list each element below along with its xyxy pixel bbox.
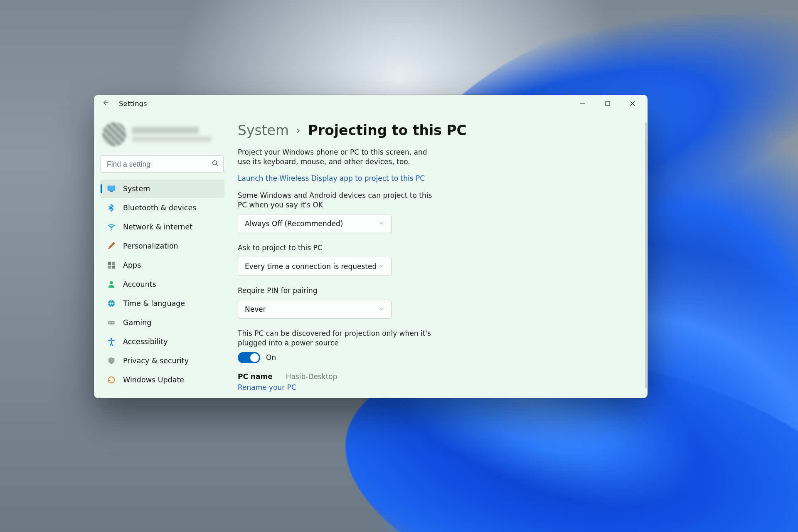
search-icon (212, 160, 219, 169)
back-button[interactable] (100, 99, 111, 109)
sidebar-item-privacy[interactable]: Privacy & security (100, 352, 224, 370)
svg-rect-9 (112, 266, 115, 268)
svg-point-14 (112, 322, 113, 323)
sidebar: System Bluetooth & devices Network & int… (94, 112, 229, 398)
accessibility-icon (106, 337, 116, 347)
chevron-down-icon (379, 219, 384, 228)
update-icon (106, 375, 116, 385)
person-icon (106, 279, 116, 289)
svg-rect-6 (108, 262, 111, 265)
setting-discover-on-power-label: This PC can be discovered for projection… (238, 329, 433, 348)
dropdown-value: Always Off (Recommended) (245, 219, 343, 228)
wifi-icon (106, 222, 116, 232)
sidebar-item-label: Apps (123, 261, 141, 269)
minimize-button[interactable] (570, 95, 595, 112)
svg-rect-0 (606, 101, 610, 106)
display-icon (106, 184, 116, 194)
sidebar-item-windows-update[interactable]: Windows Update (100, 371, 224, 389)
svg-point-1 (213, 161, 217, 165)
sidebar-item-system[interactable]: System (100, 180, 224, 198)
svg-rect-7 (112, 262, 115, 265)
sidebar-item-label: Windows Update (123, 376, 184, 384)
pc-name-label: PC name (238, 372, 273, 381)
breadcrumb: System › Projecting to this PC (238, 122, 638, 138)
close-button[interactable] (620, 95, 645, 112)
sidebar-item-accessibility[interactable]: Accessibility (100, 332, 224, 351)
profile-block[interactable] (100, 116, 224, 155)
svg-rect-12 (108, 321, 115, 324)
toggle-state-label: On (266, 353, 276, 362)
dropdown-value: Never (245, 305, 266, 313)
sidebar-item-time-language[interactable]: Time & language (100, 294, 224, 313)
window-title: Settings (119, 100, 147, 108)
svg-point-5 (111, 229, 112, 230)
dropdown-require-pin[interactable]: Never (238, 300, 392, 319)
sidebar-item-label: Gaming (123, 318, 151, 327)
gamepad-icon (106, 318, 116, 328)
svg-point-10 (110, 281, 113, 284)
sidebar-item-label: Time & language (123, 299, 185, 308)
svg-rect-4 (110, 191, 113, 192)
sidebar-item-label: Accounts (123, 280, 156, 288)
sidebar-item-label: Accessibility (123, 337, 168, 346)
close-icon (630, 101, 635, 106)
profile-text-redacted (132, 127, 211, 142)
content-pane: System › Projecting to this PC Project y… (229, 112, 648, 398)
svg-rect-3 (108, 186, 115, 190)
minimize-icon (580, 101, 586, 106)
dropdown-value: Every time a connection is requested (245, 262, 377, 271)
breadcrumb-parent[interactable]: System (238, 122, 289, 138)
sidebar-item-accounts[interactable]: Accounts (100, 275, 224, 293)
titlebar: Settings (94, 95, 648, 112)
launch-wireless-display-link[interactable]: Launch the Wireless Display app to proje… (238, 174, 425, 182)
desktop-wallpaper: Settings (0, 0, 798, 532)
toggle-discover-on-power[interactable] (238, 352, 260, 363)
paintbrush-icon (106, 241, 116, 251)
sidebar-item-label: Bluetooth & devices (123, 204, 196, 212)
sidebar-item-label: System (123, 185, 150, 193)
svg-rect-8 (108, 266, 111, 268)
settings-window: Settings (94, 95, 648, 398)
sidebar-item-network[interactable]: Network & internet (100, 218, 224, 236)
setting-ask-to-project-label: Ask to project to this PC (238, 243, 433, 253)
chevron-right-icon: › (296, 125, 300, 136)
chevron-down-icon (379, 262, 384, 271)
rename-pc-link[interactable]: Rename your PC (238, 383, 296, 392)
search-input[interactable] (107, 160, 212, 169)
dropdown-ask-to-project[interactable]: Every time a connection is requested (238, 257, 392, 276)
nav-list: System Bluetooth & devices Network & int… (100, 180, 224, 389)
search-box[interactable] (101, 155, 224, 173)
sidebar-item-bluetooth[interactable]: Bluetooth & devices (100, 199, 224, 217)
arrow-left-icon (101, 99, 110, 107)
sidebar-item-gaming[interactable]: Gaming (100, 313, 224, 332)
breadcrumb-current: Projecting to this PC (308, 122, 467, 138)
maximize-button[interactable] (595, 95, 620, 112)
setting-project-availability-label: Some Windows and Android devices can pro… (238, 191, 433, 210)
sidebar-item-label: Personalization (123, 242, 178, 250)
setting-require-pin-label: Require PIN for pairing (238, 286, 433, 296)
dropdown-project-availability[interactable]: Always Off (Recommended) (238, 214, 392, 233)
page-description: Project your Windows phone or PC to this… (238, 148, 441, 167)
maximize-icon (605, 101, 611, 106)
bluetooth-icon (106, 203, 116, 213)
pc-name-value: Hasib-Desktop (286, 372, 337, 381)
chevron-down-icon (379, 305, 384, 313)
svg-point-15 (111, 338, 112, 340)
sidebar-item-personalization[interactable]: Personalization (100, 237, 224, 255)
globe-clock-icon (106, 298, 116, 308)
shield-icon (106, 356, 116, 366)
apps-icon (106, 260, 116, 270)
sidebar-item-label: Privacy & security (123, 357, 189, 365)
sidebar-item-label: Network & internet (123, 223, 192, 231)
sidebar-item-apps[interactable]: Apps (100, 256, 224, 274)
svg-point-13 (109, 322, 111, 323)
avatar (102, 122, 126, 146)
content-scrollbar[interactable] (645, 122, 647, 388)
